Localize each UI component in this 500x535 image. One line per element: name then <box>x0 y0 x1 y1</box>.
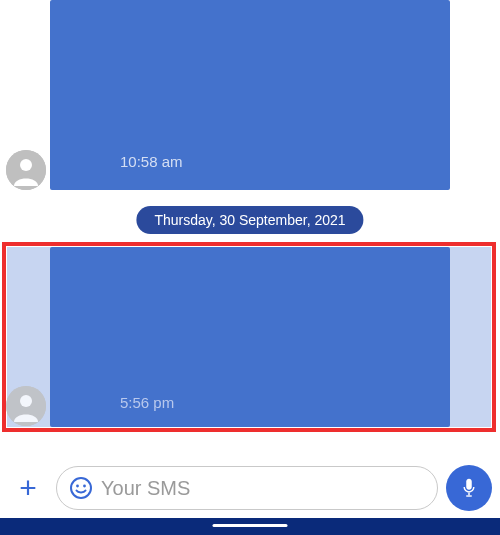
composer-bar: + <box>0 458 500 518</box>
highlight-annotation <box>2 242 496 432</box>
message-row: 10:58 am <box>0 0 500 198</box>
svg-point-1 <box>20 159 32 171</box>
gesture-handle[interactable] <box>213 524 288 527</box>
avatar[interactable] <box>6 150 46 190</box>
microphone-icon <box>458 477 480 499</box>
system-navbar <box>0 518 500 535</box>
sms-input[interactable] <box>101 477 425 500</box>
svg-point-4 <box>71 478 91 498</box>
svg-rect-7 <box>468 493 469 496</box>
voice-button[interactable] <box>446 465 492 511</box>
plus-icon: + <box>19 471 37 505</box>
message-timestamp: 10:58 am <box>120 153 183 170</box>
svg-rect-8 <box>466 495 472 496</box>
person-icon <box>6 150 46 190</box>
input-container <box>56 466 438 510</box>
emoji-icon <box>69 476 93 500</box>
attach-button[interactable]: + <box>8 468 48 508</box>
date-separator: Thursday, 30 September, 2021 <box>136 206 363 234</box>
svg-point-6 <box>83 485 86 488</box>
svg-point-5 <box>76 485 79 488</box>
emoji-button[interactable] <box>69 476 93 500</box>
message-bubble[interactable]: 10:58 am <box>50 0 450 190</box>
conversation-pane: 10:58 am Thursday, 30 September, 2021 5:… <box>0 0 500 458</box>
